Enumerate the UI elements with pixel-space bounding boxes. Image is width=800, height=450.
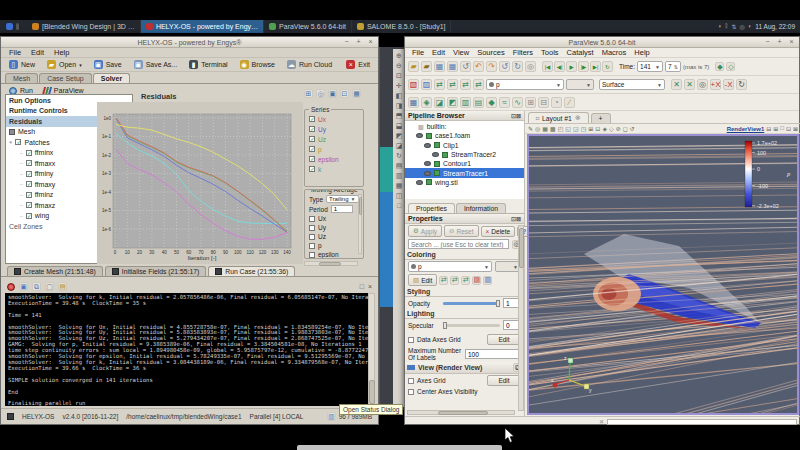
paraview-menu-catalyst[interactable]: Catalyst [564,47,597,58]
reset-session-icon[interactable]: ↺ [460,61,471,72]
rv-select-points-icon[interactable]: ▩ [550,125,556,132]
rescale-temporal-icon[interactable]: ⇄ [473,79,484,90]
layout-close-icon[interactable]: ⊗ [575,114,581,122]
clip-filter-icon[interactable]: ◪ [434,97,445,108]
terminal-copy-icon[interactable]: ⧉ [32,282,41,291]
wireframe-icon[interactable]: ▥ [396,171,403,180]
series-checkbox-p[interactable]: ✓ [309,146,315,152]
rv-interactive-points-icon[interactable]: ⊡ [595,125,600,132]
rescale-button[interactable]: ⇄ [439,276,448,285]
visibility-eye-icon[interactable] [416,133,423,138]
undo-icon[interactable]: ↶ [473,61,484,72]
ruler-icon[interactable]: ∕ [564,97,575,108]
rv-reset-icon[interactable]: ↺ [630,125,635,132]
colormap-preset-button[interactable]: ▨ [472,276,481,285]
open-file-icon[interactable]: ▰ [408,61,419,72]
reset-camera-icon[interactable]: ✕ [671,79,682,90]
properties-hscrollbar[interactable] [407,410,515,415]
paraview-menu-edit[interactable]: Edit [429,47,448,58]
glyph-filter-icon[interactable]: ◆ [486,97,497,108]
series-checkbox-uy[interactable]: ✓ [309,126,315,132]
toolbar-run-cloud-button[interactable]: ☁Run Cloud [282,58,337,71]
pipeline-item-wing-stl[interactable]: wing.stl [405,178,524,187]
paraview-minimize-button[interactable]: − [763,38,772,45]
component-combo[interactable]: ▼ [566,79,594,90]
rotate-90-icon[interactable]: ↻ [736,79,747,90]
bottom-view-icon[interactable]: ⬓ [396,121,403,130]
save-screenshot-icon[interactable]: ▦ [434,61,445,72]
toolbar-browse-button[interactable]: ◉Browse [235,58,280,71]
ma-checkbox-p[interactable] [309,243,315,249]
rv-interactive-cells-icon[interactable]: ⊞ [588,125,593,132]
specular-slider[interactable] [443,324,500,327]
zoom-to-data-icon[interactable]: ✕ [684,79,695,90]
rv-select-frustum-points-icon[interactable]: ◱ [565,125,571,132]
helyx-menu-file[interactable]: File [5,47,25,58]
rescale-custom-icon[interactable]: ⇄ [447,79,458,90]
pipeline-item-case1-foam[interactable]: case1.foam [405,131,524,140]
scene-icon[interactable]: □ [397,201,401,210]
job-tab-2[interactable]: Run Case (21:55:36) [208,266,295,276]
paraview-close-button[interactable]: × [787,38,796,45]
chart-settings-icon[interactable]: ▦ [352,89,361,98]
ma-period-input[interactable] [331,205,353,213]
ma-checkbox-epsilon[interactable] [309,252,315,258]
pipeline-item-clip1[interactable]: Clip1 [405,141,524,150]
zoom-out-icon[interactable]: ⊖ [396,61,402,70]
visibility-eye-icon[interactable] [424,171,431,176]
extract-subset-icon[interactable]: ▤ [473,97,484,108]
back-view-icon[interactable]: ◨ [396,101,403,110]
notifications-bell-icon[interactable]: ◗ [718,23,722,30]
reset-button[interactable]: ⊘Reset [444,225,478,237]
zoom-in-icon[interactable]: ⊕ [396,51,402,60]
vcr-loop-icon[interactable]: ↻ [602,61,613,72]
ma-checkbox-uy[interactable] [309,225,315,231]
edit-colormap-button[interactable]: ▧Edit [408,274,437,286]
center-axes-checkbox[interactable] [408,389,414,395]
series-checkbox-epsilon[interactable]: ✓ [309,156,315,162]
rv-split-h-icon[interactable]: ⊟ [766,125,771,132]
frame-spinner[interactable]: 7⇅ [665,61,681,72]
tree-expander-icon[interactable]: ⌖ [9,139,12,146]
right-view-icon[interactable]: ◪ [396,141,403,150]
job-tab-1[interactable]: Initialise Fields (21:55:17) [105,266,206,276]
warp-filter-icon[interactable]: ∿ [512,97,523,108]
layout-tab[interactable]: □Layout #1⊗ [528,112,589,123]
chart-fit-icon[interactable]: ⊡ [340,89,349,98]
group-datasets-icon[interactable]: ⊞ [525,97,536,108]
start-menu-icon[interactable] [6,23,13,30]
clipping-icon[interactable]: ◫ [396,191,403,200]
helyx-minimize-button[interactable]: − [342,38,351,45]
terminal-detach-button[interactable]: □ [360,283,364,290]
paraview-menu-tools[interactable]: Tools [538,47,562,58]
paraview-menu-filters[interactable]: Filters [510,47,536,58]
max-labels-input[interactable] [465,349,521,359]
rv-edit-icon[interactable]: ✎ [528,125,533,132]
edit-colormap-icon[interactable]: ▨ [421,79,432,90]
rv-select-frustum-icon[interactable]: ◰ [558,125,564,132]
series-checkbox-uz[interactable]: ✓ [309,136,315,142]
rv-select-polygon-icon[interactable]: ◲ [573,125,579,132]
top-view-icon[interactable]: ⬒ [396,111,403,120]
rv-select-block-icon[interactable]: ◳ [581,125,587,132]
status-dialog-icon[interactable]: ▥ [327,412,336,421]
delete-button[interactable]: ×Delete [481,226,516,237]
rv-maximize-icon[interactable]: ⊡ [786,125,791,132]
bluetooth-icon[interactable]: ᛒ [725,23,729,30]
opacity-slider[interactable] [443,302,500,305]
properties-close-icon[interactable]: ⊠ [516,216,521,222]
representation-combo[interactable]: Surface▼ [599,79,665,90]
pipeline-item-streamtracer2[interactable]: StreamTracer2 [405,150,524,159]
taskbar-window-2[interactable]: ParaView 5.6.0 64-bit [264,20,352,33]
settings-gear-icon[interactable]: ◎ [739,23,744,30]
checkbox-ffmaxy[interactable]: ✓ [26,181,32,187]
fit-all-icon[interactable]: ⊡ [396,71,402,80]
abort-progress-icon[interactable]: ✕ [599,418,604,425]
checkbox-wing[interactable]: ✓ [26,213,32,219]
job-tab-0[interactable]: Create Mesh (21:51:48) [7,266,103,276]
rescale-custom-button[interactable]: ⇄ [450,276,459,285]
terminal-clear-icon[interactable]: ▢ [45,282,54,291]
color-legend-icon[interactable]: ▧ [408,79,419,90]
checkbox-patches[interactable]: ✓ [15,139,21,145]
properties-vscrollbar[interactable] [518,225,524,411]
